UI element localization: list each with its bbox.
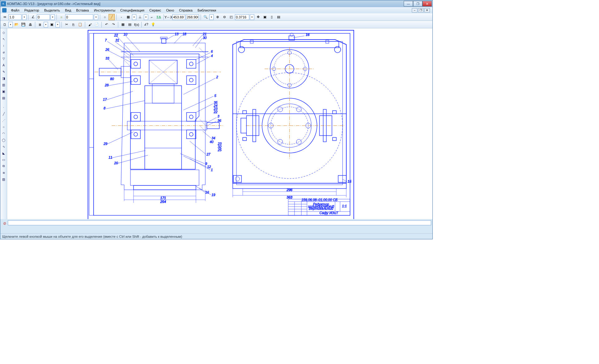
coord-label-icon[interactable]: Y←X bbox=[165, 14, 172, 20]
view-prev-icon[interactable]: ▯ bbox=[269, 14, 275, 20]
open-icon[interactable]: 📂 bbox=[13, 22, 20, 28]
redraw-icon[interactable]: ▣ bbox=[262, 14, 268, 20]
zoom-all-dropdown[interactable]: ▾ bbox=[209, 14, 214, 20]
menu-help[interactable]: Справка bbox=[177, 8, 195, 13]
properties-icon[interactable]: 📄 bbox=[94, 22, 100, 28]
cursor-step-icon[interactable]: ⇔ bbox=[2, 14, 8, 20]
save-icon[interactable]: 💾 bbox=[20, 22, 27, 28]
view-next-icon[interactable]: ▤ bbox=[275, 14, 282, 20]
zoom-out-icon[interactable]: ⊖ bbox=[221, 14, 227, 20]
help-icon[interactable]: 𝓀? bbox=[143, 22, 149, 28]
tool-geometry-icon[interactable]: ◇ bbox=[1, 30, 7, 35]
angle-dropdown[interactable]: ▾ bbox=[51, 14, 55, 20]
snap-point-icon[interactable]: ○ bbox=[102, 14, 108, 20]
undo-icon[interactable]: ↶ bbox=[103, 22, 110, 28]
doc-mgr-icon[interactable]: ▣ bbox=[49, 22, 55, 28]
zoom-dropdown[interactable]: ▾ bbox=[250, 14, 254, 20]
preview-dropdown[interactable]: ▾ bbox=[44, 22, 48, 27]
zoom-all-icon[interactable]: 🔍 bbox=[202, 14, 209, 20]
menu-insert[interactable]: Вставка bbox=[74, 8, 91, 13]
tool-equid-icon[interactable]: ≋ bbox=[1, 170, 7, 175]
tool-circle-icon[interactable]: ○ bbox=[1, 124, 7, 130]
stop-icon[interactable]: ⊘ bbox=[2, 220, 8, 227]
tool-ellipse-icon[interactable]: ◯ bbox=[1, 137, 7, 143]
grid-dropdown[interactable]: ▾ bbox=[132, 14, 136, 20]
new-icon[interactable]: 🗋 bbox=[2, 22, 8, 28]
menu-spec[interactable]: Спецификация bbox=[118, 8, 147, 13]
drawing-canvas[interactable]: 171 254 22 10 13 18 21 30 7 31 26 bbox=[7, 28, 432, 219]
svg-text:25: 25 bbox=[217, 148, 222, 152]
menu-view[interactable]: Вид bbox=[62, 8, 74, 13]
style-icon[interactable]: ≡ bbox=[58, 14, 65, 20]
title-bar[interactable]: K КОМПАС-3D V13 - [редуктор a=180.cdw ->… bbox=[0, 0, 432, 7]
tool-aux-icon[interactable]: ⋰ bbox=[1, 117, 7, 123]
tool-spec-icon[interactable]: ▤ bbox=[1, 95, 7, 101]
round-icon[interactable]: ΣΔ bbox=[156, 14, 162, 20]
style-dropdown[interactable]: ▾ bbox=[94, 14, 98, 20]
tool-point-icon[interactable]: · bbox=[1, 104, 7, 110]
menu-libs[interactable]: Библиотеки bbox=[195, 8, 219, 13]
tool-dim-icon[interactable]: ↕ bbox=[1, 43, 7, 48]
menu-select[interactable]: Выделить bbox=[41, 8, 62, 13]
angle-icon[interactable]: ∠ bbox=[30, 14, 36, 20]
coord-y-input[interactable] bbox=[186, 14, 199, 20]
tool-spline-icon[interactable]: ∿ bbox=[1, 144, 7, 149]
pan-icon[interactable]: ✥ bbox=[255, 14, 261, 20]
snap-dropdown[interactable]: ▾ bbox=[144, 14, 148, 20]
tool-hatch-icon[interactable]: ▨ bbox=[1, 176, 7, 182]
snap-line-icon[interactable]: ╱ bbox=[109, 14, 115, 20]
paste-icon[interactable]: 📋 bbox=[77, 22, 83, 28]
close-button[interactable]: ✕ bbox=[422, 1, 432, 7]
zoom-input[interactable] bbox=[235, 14, 249, 20]
redo-icon[interactable]: ↷ bbox=[110, 22, 116, 28]
tool-rough-icon[interactable]: ▽ bbox=[1, 56, 7, 61]
step-dropdown[interactable]: ▾ bbox=[22, 14, 27, 20]
tool-collect-icon[interactable]: ⧉ bbox=[1, 163, 7, 169]
tool-arc-icon[interactable]: ◠ bbox=[1, 131, 7, 136]
svg-text:3: 3 bbox=[217, 114, 220, 118]
minimize-button[interactable]: — bbox=[404, 1, 413, 7]
mdi-min-button[interactable]: – bbox=[412, 8, 417, 12]
tool-select-icon[interactable]: ↖ bbox=[1, 36, 7, 42]
maximize-button[interactable]: ❐ bbox=[413, 1, 422, 7]
app-menu-icon[interactable] bbox=[2, 8, 7, 12]
tool-param-icon[interactable]: ◨ bbox=[1, 75, 7, 81]
tool-select2-icon[interactable]: ▣ bbox=[1, 89, 7, 94]
zoom-window-icon[interactable]: ◰ bbox=[228, 14, 234, 20]
tool-text-icon[interactable]: A bbox=[1, 62, 7, 68]
tool-rect-icon[interactable]: ▭ bbox=[1, 157, 7, 162]
menu-editor[interactable]: Редактор bbox=[22, 8, 41, 13]
step-input[interactable] bbox=[8, 14, 22, 20]
preview-icon[interactable]: 🗎 bbox=[37, 22, 43, 28]
new-dropdown[interactable]: ▾ bbox=[8, 22, 13, 27]
menu-file[interactable]: Файл bbox=[8, 8, 22, 13]
style-input[interactable] bbox=[65, 14, 93, 20]
angle-input[interactable] bbox=[37, 14, 50, 20]
print-icon[interactable]: 🖶 bbox=[27, 22, 33, 28]
zoom-in-icon[interactable]: ⊕ bbox=[214, 14, 221, 20]
tool-measure-icon[interactable]: ▥ bbox=[1, 82, 7, 88]
tool-edit-icon[interactable]: ✎ bbox=[1, 69, 7, 74]
tool-chamfer-icon[interactable]: ◣ bbox=[1, 150, 7, 156]
tool-line-icon[interactable]: ╱ bbox=[1, 111, 7, 117]
spec-icon[interactable]: ▤ bbox=[127, 22, 133, 28]
cut-icon[interactable]: ✂ bbox=[63, 22, 70, 28]
command-input[interactable] bbox=[8, 220, 431, 225]
menu-service[interactable]: Сервис bbox=[147, 8, 164, 13]
grid-icon[interactable]: ▦ bbox=[125, 14, 131, 20]
menu-tools[interactable]: Инструменты bbox=[91, 8, 118, 13]
format-brush-icon[interactable]: 🖌 bbox=[87, 22, 93, 28]
snap-perp-icon[interactable]: ⊥ bbox=[137, 14, 143, 20]
mdi-close-button[interactable]: ✕ bbox=[424, 8, 430, 12]
mdi-max-button[interactable]: ❐ bbox=[418, 8, 424, 12]
variables-icon[interactable]: f(x) bbox=[134, 22, 140, 28]
about-icon[interactable]: 💡 bbox=[150, 22, 156, 28]
tool-designate-icon[interactable]: ⌀ bbox=[1, 49, 7, 55]
coord-x-input[interactable] bbox=[172, 14, 185, 20]
ortho-icon[interactable]: ⌐ bbox=[149, 14, 155, 20]
copy-icon[interactable]: ⎘ bbox=[70, 22, 76, 28]
menu-window[interactable]: Окно bbox=[163, 8, 177, 13]
doc-mgr-dropdown[interactable]: ▾ bbox=[56, 22, 60, 27]
library-icon[interactable]: ▦ bbox=[120, 22, 126, 28]
snap-end-icon[interactable]: ◦ bbox=[118, 14, 124, 20]
